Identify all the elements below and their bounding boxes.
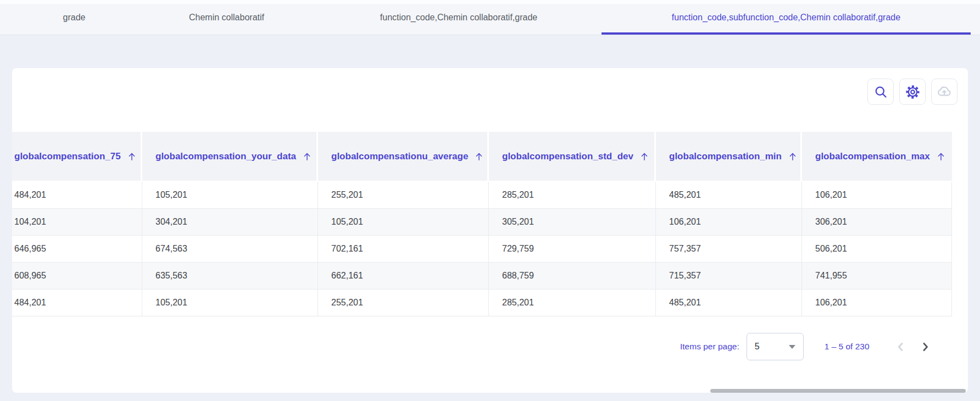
chevron-right-icon	[918, 340, 932, 354]
table-cell: 285,201	[489, 182, 656, 209]
sort-up-icon	[126, 151, 137, 162]
search-icon	[873, 85, 888, 99]
previous-page-button[interactable]	[894, 340, 907, 354]
gear-icon	[905, 85, 920, 99]
table-cell: 105,201	[142, 182, 318, 209]
data-table: globalcompensation_75globalcompensation_…	[12, 132, 952, 316]
table-cell: 757,357	[656, 236, 802, 263]
upload-button[interactable]	[931, 79, 957, 105]
column-header-label: globalcompensation_std_dev	[502, 151, 633, 162]
table-cell: 506,201	[802, 236, 952, 263]
data-table-viewport: globalcompensation_75globalcompensation_…	[12, 132, 952, 321]
table-cell: 105,201	[142, 289, 318, 316]
column-header-label: globalcompensation_min	[669, 151, 782, 162]
settings-button[interactable]	[899, 79, 926, 105]
page-range-label: 1 – 5 of 230	[825, 342, 870, 352]
column-header-globalcompensation_std_dev[interactable]: globalcompensation_std_dev	[489, 132, 656, 182]
table-cell: 485,201	[656, 289, 802, 316]
sort-up-icon	[936, 151, 946, 162]
table-cell: 285,201	[489, 289, 656, 316]
column-header-label: globalcompensationu_average	[331, 151, 468, 162]
pagination-bar: Items per page: 5 1 – 5 of 230	[680, 332, 932, 361]
table-cell: 608,965	[12, 263, 142, 289]
table-cell: 702,161	[318, 236, 489, 263]
table-cell: 662,161	[318, 263, 489, 289]
column-header-label: globalcompensation_your_data	[155, 151, 296, 162]
page-size-select[interactable]: 5	[747, 333, 804, 360]
table-cell: 106,201	[656, 209, 802, 236]
dropdown-caret-icon	[789, 345, 795, 349]
column-header-globalcompensation_your_data[interactable]: globalcompensation_your_data	[142, 132, 318, 182]
table-cell: 729,759	[489, 236, 656, 263]
table-cell: 646,965	[12, 236, 142, 263]
table-cell: 106,201	[802, 182, 952, 209]
table-cell: 105,201	[318, 209, 489, 236]
page-size-value: 5	[755, 342, 760, 352]
tab-label: Chemin collaboratif	[189, 13, 264, 23]
tab-function-code-chemin-collaboratif-grade[interactable]: function_code,Chemin collaboratif,grade	[316, 0, 602, 35]
table-cell: 306,201	[802, 209, 952, 236]
table-header-row: globalcompensation_75globalcompensation_…	[12, 132, 952, 182]
next-page-button[interactable]	[918, 340, 932, 354]
table-card: globalcompensation_75globalcompensation_…	[12, 68, 968, 393]
table-cell: 484,201	[12, 182, 142, 209]
table-cell: 485,201	[656, 182, 802, 209]
column-header-label: globalcompensation_max	[815, 151, 930, 162]
horizontal-scrollbar-thumb[interactable]	[710, 389, 966, 393]
sort-up-icon	[474, 151, 485, 162]
table-cell: 106,201	[802, 289, 952, 316]
tab-label: grade	[63, 13, 86, 23]
column-header-globalcompensation_75[interactable]: globalcompensation_75	[12, 132, 142, 182]
cloud-upload-icon	[937, 84, 952, 99]
sort-up-icon	[302, 151, 313, 162]
table-cell: 688,759	[489, 263, 656, 289]
tab-label: function_code,Chemin collaboratif,grade	[380, 13, 537, 23]
tab-bar: grade Chemin collaboratif function_code,…	[0, 0, 980, 35]
table-cell: 305,201	[489, 209, 656, 236]
table-cell: 304,201	[142, 209, 318, 236]
column-header-label: globalcompensation_75	[14, 151, 121, 162]
tab-function-code-subfunction-code-chemin-collaboratif-grade[interactable]: function_code,subfunction_code,Chemin co…	[602, 0, 971, 35]
tab-chemin-collaboratif[interactable]: Chemin collaboratif	[137, 0, 316, 35]
sort-up-icon	[787, 151, 798, 162]
table-row: 608,965635,563662,161688,759715,357741,9…	[12, 263, 952, 289]
items-per-page-label: Items per page:	[680, 342, 739, 352]
sort-up-icon	[639, 151, 650, 162]
table-row: 484,201105,201255,201285,201485,201106,2…	[12, 289, 952, 316]
chevron-left-icon	[894, 340, 907, 354]
table-cell: 484,201	[12, 289, 142, 316]
table-row: 104,201304,201105,201305,201106,201306,2…	[12, 209, 952, 236]
table-row: 646,965674,563702,161729,759757,357506,2…	[12, 236, 952, 263]
column-header-globalcompensation_max[interactable]: globalcompensation_max	[802, 132, 952, 182]
table-toolbar	[867, 79, 957, 105]
search-button[interactable]	[867, 79, 894, 105]
column-header-globalcompensationu_average[interactable]: globalcompensationu_average	[318, 132, 489, 182]
tab-label: function_code,subfunction_code,Chemin co…	[672, 13, 900, 23]
table-cell: 741,955	[802, 263, 952, 289]
table-cell: 635,563	[142, 263, 318, 289]
table-cell: 255,201	[318, 182, 489, 209]
column-header-globalcompensation_min[interactable]: globalcompensation_min	[656, 132, 802, 182]
table-cell: 674,563	[142, 236, 318, 263]
table-cell: 255,201	[318, 289, 489, 316]
tab-grade[interactable]: grade	[11, 0, 137, 35]
table-row: 484,201105,201255,201285,201485,201106,2…	[12, 182, 952, 209]
table-cell: 104,201	[12, 209, 142, 236]
table-cell: 715,357	[656, 263, 802, 289]
